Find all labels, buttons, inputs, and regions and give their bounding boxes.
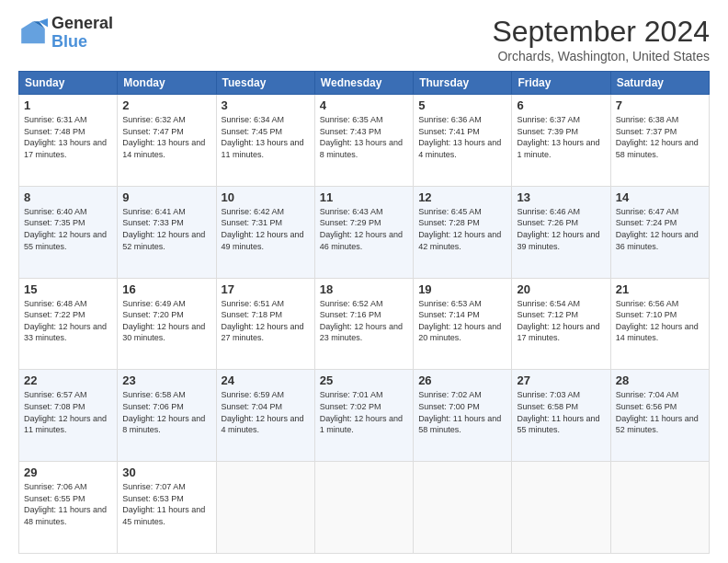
day-info: Sunrise: 6:34 AMSunset: 7:45 PMDaylight:… — [222, 114, 310, 160]
day-number: 22 — [24, 373, 112, 387]
day-info: Sunrise: 7:01 AMSunset: 7:02 PMDaylight:… — [320, 389, 408, 435]
weekday-header-saturday: Saturday — [610, 72, 709, 95]
weekday-header-tuesday: Tuesday — [216, 72, 314, 95]
day-info: Sunrise: 7:04 AMSunset: 6:56 PMDaylight:… — [616, 389, 704, 435]
calendar-cell: 29Sunrise: 7:06 AMSunset: 6:55 PMDayligh… — [19, 462, 118, 554]
calendar-cell: 9Sunrise: 6:41 AMSunset: 7:33 PMDaylight… — [118, 186, 216, 278]
calendar-cell: 7Sunrise: 6:38 AMSunset: 7:37 PMDaylight… — [610, 95, 709, 187]
day-info: Sunrise: 6:59 AMSunset: 7:04 PMDaylight:… — [222, 389, 310, 435]
day-number: 13 — [517, 190, 605, 204]
calendar-cell: 26Sunrise: 7:02 AMSunset: 7:00 PMDayligh… — [414, 370, 512, 462]
calendar-cell: 30Sunrise: 7:07 AMSunset: 6:53 PMDayligh… — [118, 462, 216, 554]
day-info: Sunrise: 6:38 AMSunset: 7:37 PMDaylight:… — [616, 114, 704, 160]
day-info: Sunrise: 6:37 AMSunset: 7:39 PMDaylight:… — [517, 114, 605, 160]
day-info: Sunrise: 6:51 AMSunset: 7:18 PMDaylight:… — [222, 298, 310, 344]
weekday-header-monday: Monday — [118, 72, 216, 95]
day-number: 6 — [517, 98, 605, 112]
day-number: 7 — [616, 98, 704, 112]
location: Orchards, Washington, United States — [492, 49, 710, 63]
calendar-cell: 8Sunrise: 6:40 AMSunset: 7:35 PMDaylight… — [19, 186, 118, 278]
day-number: 10 — [222, 190, 310, 204]
day-info: Sunrise: 7:07 AMSunset: 6:53 PMDaylight:… — [122, 481, 210, 527]
day-number: 9 — [122, 190, 210, 204]
day-number: 5 — [418, 98, 506, 112]
day-number: 16 — [122, 282, 210, 296]
calendar-row-2: 15Sunrise: 6:48 AMSunset: 7:22 PMDayligh… — [19, 278, 710, 370]
day-info: Sunrise: 6:45 AMSunset: 7:28 PMDaylight:… — [418, 206, 506, 252]
calendar-cell: 13Sunrise: 6:46 AMSunset: 7:26 PMDayligh… — [512, 186, 610, 278]
day-number: 25 — [320, 373, 408, 387]
calendar-row-0: 1Sunrise: 6:31 AMSunset: 7:48 PMDaylight… — [19, 95, 710, 187]
day-info: Sunrise: 7:06 AMSunset: 6:55 PMDaylight:… — [24, 481, 112, 527]
day-info: Sunrise: 6:48 AMSunset: 7:22 PMDaylight:… — [24, 298, 112, 344]
month-title: September 2024 — [492, 15, 710, 49]
calendar-cell: 3Sunrise: 6:34 AMSunset: 7:45 PMDaylight… — [216, 95, 314, 187]
day-info: Sunrise: 6:41 AMSunset: 7:33 PMDaylight:… — [122, 206, 210, 252]
calendar-cell: 15Sunrise: 6:48 AMSunset: 7:22 PMDayligh… — [19, 278, 118, 370]
logo: General Blue — [18, 15, 113, 52]
day-number: 18 — [320, 282, 408, 296]
calendar-table: SundayMondayTuesdayWednesdayThursdayFrid… — [18, 71, 710, 554]
weekday-header-wednesday: Wednesday — [314, 72, 413, 95]
day-info: Sunrise: 6:42 AMSunset: 7:31 PMDaylight:… — [222, 206, 310, 252]
day-number: 8 — [24, 190, 112, 204]
day-info: Sunrise: 6:58 AMSunset: 7:06 PMDaylight:… — [122, 389, 210, 435]
calendar-cell: 27Sunrise: 7:03 AMSunset: 6:58 PMDayligh… — [512, 370, 610, 462]
day-info: Sunrise: 6:43 AMSunset: 7:29 PMDaylight:… — [320, 206, 408, 252]
calendar-cell: 14Sunrise: 6:47 AMSunset: 7:24 PMDayligh… — [610, 186, 709, 278]
day-info: Sunrise: 6:49 AMSunset: 7:20 PMDaylight:… — [122, 298, 210, 344]
day-info: Sunrise: 6:31 AMSunset: 7:48 PMDaylight:… — [24, 114, 112, 160]
calendar-cell: 6Sunrise: 6:37 AMSunset: 7:39 PMDaylight… — [512, 95, 610, 187]
calendar-cell: 23Sunrise: 6:58 AMSunset: 7:06 PMDayligh… — [118, 370, 216, 462]
page: General Blue September 2024 Orchards, Wa… — [0, 0, 728, 563]
calendar-row-3: 22Sunrise: 6:57 AMSunset: 7:08 PMDayligh… — [19, 370, 710, 462]
logo-line2: Blue — [51, 33, 113, 52]
calendar-cell — [610, 462, 709, 554]
calendar-cell: 16Sunrise: 6:49 AMSunset: 7:20 PMDayligh… — [118, 278, 216, 370]
weekday-header-row: SundayMondayTuesdayWednesdayThursdayFrid… — [19, 72, 710, 95]
calendar-row-1: 8Sunrise: 6:40 AMSunset: 7:35 PMDaylight… — [19, 186, 710, 278]
calendar-cell: 17Sunrise: 6:51 AMSunset: 7:18 PMDayligh… — [216, 278, 314, 370]
calendar-row-4: 29Sunrise: 7:06 AMSunset: 6:55 PMDayligh… — [19, 462, 710, 554]
day-number: 26 — [418, 373, 506, 387]
calendar-cell — [512, 462, 610, 554]
day-number: 23 — [122, 373, 210, 387]
weekday-header-friday: Friday — [512, 72, 610, 95]
calendar-cell — [414, 462, 512, 554]
day-number: 4 — [320, 98, 408, 112]
day-info: Sunrise: 6:32 AMSunset: 7:47 PMDaylight:… — [122, 114, 210, 160]
calendar-cell — [216, 462, 314, 554]
logo-line1: General — [51, 15, 113, 33]
day-number: 27 — [517, 373, 605, 387]
calendar-cell: 20Sunrise: 6:54 AMSunset: 7:12 PMDayligh… — [512, 278, 610, 370]
day-info: Sunrise: 7:03 AMSunset: 6:58 PMDaylight:… — [517, 389, 605, 435]
day-number: 14 — [616, 190, 704, 204]
calendar-cell: 12Sunrise: 6:45 AMSunset: 7:28 PMDayligh… — [414, 186, 512, 278]
calendar-cell: 18Sunrise: 6:52 AMSunset: 7:16 PMDayligh… — [314, 278, 413, 370]
day-info: Sunrise: 6:46 AMSunset: 7:26 PMDaylight:… — [517, 206, 605, 252]
day-info: Sunrise: 6:40 AMSunset: 7:35 PMDaylight:… — [24, 206, 112, 252]
day-number: 24 — [222, 373, 310, 387]
calendar-cell: 2Sunrise: 6:32 AMSunset: 7:47 PMDaylight… — [118, 95, 216, 187]
day-number: 15 — [24, 282, 112, 296]
day-number: 2 — [122, 98, 210, 112]
calendar-cell: 22Sunrise: 6:57 AMSunset: 7:08 PMDayligh… — [19, 370, 118, 462]
calendar-cell — [314, 462, 413, 554]
calendar-cell: 11Sunrise: 6:43 AMSunset: 7:29 PMDayligh… — [314, 186, 413, 278]
day-number: 30 — [122, 465, 210, 479]
calendar-cell: 21Sunrise: 6:56 AMSunset: 7:10 PMDayligh… — [610, 278, 709, 370]
day-number: 1 — [24, 98, 112, 112]
calendar-cell: 25Sunrise: 7:01 AMSunset: 7:02 PMDayligh… — [314, 370, 413, 462]
title-block: September 2024 Orchards, Washington, Uni… — [492, 15, 710, 63]
day-number: 12 — [418, 190, 506, 204]
day-info: Sunrise: 6:36 AMSunset: 7:41 PMDaylight:… — [418, 114, 506, 160]
logo-icon — [18, 18, 48, 48]
header: General Blue September 2024 Orchards, Wa… — [18, 15, 710, 63]
calendar-cell: 4Sunrise: 6:35 AMSunset: 7:43 PMDaylight… — [314, 95, 413, 187]
weekday-header-thursday: Thursday — [414, 72, 512, 95]
day-info: Sunrise: 6:47 AMSunset: 7:24 PMDaylight:… — [616, 206, 704, 252]
logo-text: General Blue — [51, 15, 113, 52]
day-info: Sunrise: 6:56 AMSunset: 7:10 PMDaylight:… — [616, 298, 704, 344]
day-info: Sunrise: 6:35 AMSunset: 7:43 PMDaylight:… — [320, 114, 408, 160]
day-number: 28 — [616, 373, 704, 387]
